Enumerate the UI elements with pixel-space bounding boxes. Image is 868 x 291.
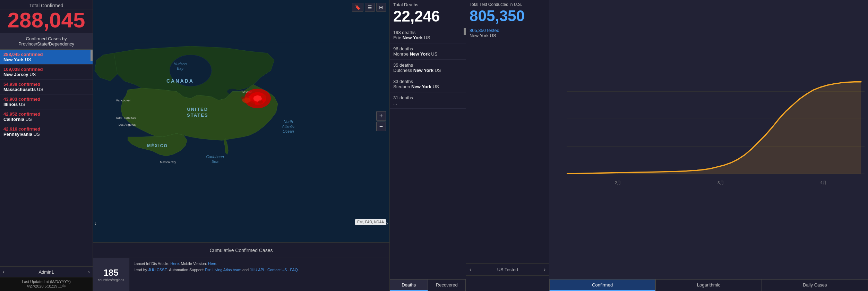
footer-here-link-2[interactable]: Here: [208, 261, 216, 266]
list-item[interactable]: 42,952 confirmed California US: [0, 109, 93, 124]
last-updated-label: Last Updated at (M/D/YYYY): [3, 280, 90, 284]
svg-text:CANADA: CANADA: [166, 78, 194, 84]
deaths-list: 198 deaths Erie New York US 96 deaths Mo…: [390, 27, 466, 279]
zoom-out-button[interactable]: −: [376, 122, 386, 131]
tested-nav-left-arrow[interactable]: ‹: [470, 266, 471, 273]
map-nav-right[interactable]: ›: [386, 220, 388, 227]
left-panel: Total Confirmed 288,045 Confirmed Cases …: [0, 0, 93, 291]
grid-button[interactable]: ⊞: [376, 3, 386, 12]
case-location: New Jersey US: [3, 72, 90, 77]
tested-nav: ‹ US Tested ›: [466, 263, 549, 276]
death-item[interactable]: 33 deaths Steuben New York US: [390, 76, 466, 92]
case-count: 54,938 confirmed: [3, 82, 90, 87]
chart-tab-logarithmic[interactable]: Logarithmic: [655, 279, 762, 291]
svg-point-26: [248, 101, 255, 106]
countries-number: 185: [103, 267, 118, 278]
svg-text:Ocean: Ocean: [283, 129, 294, 133]
last-updated: Last Updated at (M/D/YYYY) 4/27/2020 5:3…: [0, 277, 93, 291]
tested-nav-right-arrow[interactable]: ›: [544, 266, 545, 273]
death-location: Steuben New York US: [393, 84, 462, 89]
footer-here-link-1[interactable]: Here: [171, 261, 179, 266]
svg-text:Mexico City: Mexico City: [160, 160, 176, 164]
footer-text-2: Mobile Version:: [181, 261, 207, 266]
svg-text:Caribbean: Caribbean: [206, 155, 224, 159]
footer-text-5: and: [242, 268, 249, 272]
svg-point-28: [241, 97, 245, 99]
chart-svg: 0 100k 200k 300k 2月 3月 4月: [567, 3, 865, 279]
footer-esri-link[interactable]: Esri Living Atlas team: [205, 268, 241, 272]
zoom-in-button[interactable]: +: [376, 111, 386, 121]
svg-text:UNITED: UNITED: [187, 107, 208, 112]
svg-text:3月: 3月: [717, 180, 724, 185]
death-count: 198 deaths: [393, 30, 462, 35]
map-title-bar: Cumulative Confirmed Cases: [93, 242, 389, 258]
svg-text:STATES: STATES: [187, 113, 208, 118]
list-item[interactable]: 42,616 confirmed Pennsylvania US: [0, 124, 93, 139]
map-title: Cumulative Confirmed Cases: [209, 248, 273, 253]
admin-nav-right-arrow[interactable]: ›: [88, 269, 90, 275]
death-count: 31 deaths: [393, 95, 462, 100]
death-location: Dutchess New York US: [393, 68, 462, 73]
tested-location: New York US: [470, 33, 496, 38]
scroll-thumb[interactable]: [91, 50, 93, 61]
map-area: 🔖 ☰ ⊞: [93, 0, 389, 258]
death-location: Erie New York US: [393, 35, 462, 40]
recovered-tab[interactable]: Recovered: [428, 279, 466, 291]
footer-text-4: Automation Support:: [169, 268, 204, 272]
map-nav-left[interactable]: ‹: [94, 220, 96, 227]
footer-contact-link[interactable]: Contact US: [267, 268, 287, 272]
deaths-tab[interactable]: Deaths: [390, 279, 428, 291]
case-count: 43,903 confirmed: [3, 97, 90, 102]
death-location: Monroe New York US: [393, 51, 462, 57]
list-button[interactable]: ☰: [365, 3, 375, 12]
case-location: Pennsylvania US: [3, 132, 90, 137]
footer-text-1: Lancet Inf Dis Article:: [134, 261, 169, 266]
countries-label: countries/regions: [98, 278, 124, 282]
case-location: Massachusetts US: [3, 87, 90, 92]
map-container[interactable]: Hudson Bay CANADA UNITED STATES MÉXICO N…: [93, 0, 389, 242]
death-item[interactable]: 35 deaths Dutchess New York US: [390, 60, 466, 76]
cases-list: 288,045 confirmed New York US 109,038 co…: [0, 50, 93, 266]
list-item[interactable]: 109,038 confirmed New Jersey US: [0, 65, 93, 80]
case-location: California US: [3, 117, 90, 122]
death-item[interactable]: 198 deaths Erie New York US: [390, 27, 466, 43]
svg-point-27: [258, 100, 263, 104]
total-confirmed-number: 288,045: [0, 9, 93, 33]
footer-faq-link[interactable]: FAQ: [290, 268, 298, 272]
last-updated-date: 4/27/2020 5:31:19 上午: [3, 284, 90, 289]
list-item[interactable]: 43,903 confirmed Illinois US: [0, 94, 93, 109]
deaths-scroll-thumb[interactable]: [464, 28, 466, 35]
svg-text:Atlantic: Atlantic: [282, 124, 295, 128]
death-item[interactable]: 31 deaths ...: [390, 92, 466, 109]
confirmed-cases-title: Confirmed Cases byProvince/State/Depende…: [0, 33, 93, 50]
case-count: 42,616 confirmed: [3, 126, 90, 132]
admin-nav-label: Admin1: [38, 269, 54, 275]
list-item[interactable]: 54,938 confirmed Massachusetts US: [0, 80, 93, 94]
chart-tabs: Confirmed Logarithmic Daily Cases: [549, 279, 868, 291]
svg-text:Sea: Sea: [212, 159, 218, 164]
tested-panel: Total Test Conducted in U.S. 805,350 805…: [466, 0, 549, 291]
chart-tab-confirmed[interactable]: Confirmed: [549, 279, 655, 291]
admin-nav-left-arrow[interactable]: ‹: [3, 269, 5, 275]
svg-marker-40: [567, 82, 861, 174]
footer-jhu-apl-link[interactable]: JHU APL: [250, 268, 265, 272]
chart-area: 0 100k 200k 300k 2月 3月 4月: [549, 0, 868, 279]
map-zoom-controls: + −: [376, 111, 386, 131]
list-item[interactable]: 288,045 confirmed New York US: [0, 50, 93, 65]
countries-box: 185 countries/regions: [93, 258, 129, 291]
deaths-header: Total Deaths: [390, 0, 466, 8]
tested-label: 805,350 tested: [470, 28, 499, 33]
chart-tab-daily-cases[interactable]: Daily Cases: [762, 279, 868, 291]
tested-header: Total Test Conducted in U.S.: [466, 0, 549, 8]
death-item[interactable]: 96 deaths Monroe New York US: [390, 43, 466, 60]
svg-text:San Francisco: San Francisco: [116, 116, 136, 119]
footer-jhu-csse-link[interactable]: JHU CSSE: [148, 268, 167, 272]
svg-point-25: [261, 95, 267, 99]
bookmark-button[interactable]: 🔖: [352, 3, 363, 12]
svg-text:2月: 2月: [615, 180, 621, 185]
svg-text:MÉXICO: MÉXICO: [147, 143, 168, 148]
death-count: 96 deaths: [393, 46, 462, 51]
footer-text-3: Lead by: [134, 268, 147, 272]
case-count: 288,045 confirmed: [3, 52, 90, 57]
svg-text:4月: 4月: [820, 180, 827, 185]
